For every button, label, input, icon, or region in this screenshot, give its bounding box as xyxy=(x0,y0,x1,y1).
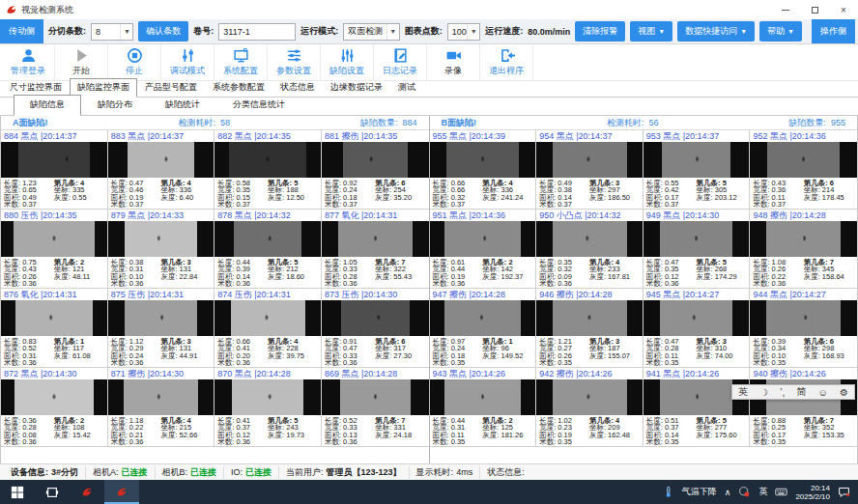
defect-cell[interactable]: 871 擦伤 |20:14:30长度: 1.18宽度: 0.22面积: 0.21… xyxy=(108,368,215,447)
ime-emoji-icon[interactable]: ☺ xyxy=(818,387,828,398)
defect-cell[interactable]: 884 黑点 |20:14:37长度: 1.23宽度: 0.65面积: 0.49… xyxy=(1,130,108,210)
operation-side-button[interactable]: 操作侧 xyxy=(812,19,855,43)
slit-count-select[interactable]: 8 ▼ xyxy=(91,23,133,41)
help-menu-button[interactable]: 帮助▼ xyxy=(759,21,802,42)
run-mode-select[interactable]: 双面检测 ▼ xyxy=(343,23,400,41)
close-icon[interactable]: × xyxy=(829,0,858,19)
defect-metrics: 长度: 0.58宽度: 0.35面积: 0.15米数: 0.37第几条: 5坐标… xyxy=(214,178,321,209)
defect-cell-header: 869 黑点 |20:14:28 xyxy=(322,368,429,379)
defect-cell-header: 945 黑点 |20:14:27 xyxy=(644,289,750,300)
defect-cell[interactable]: 947 擦伤 |20:14:28长度: 0.97宽度: 0.24面积: 0.18… xyxy=(430,289,537,368)
defect-cell[interactable]: 870 黑点 |20:14:28长度: 0.41宽度: 0.37面积: 0.12… xyxy=(214,368,322,447)
toolbar-button-sliders[interactable]: 调试模式 xyxy=(161,44,214,80)
defect-cell[interactable]: 882 黑点 |20:14:35长度: 0.58宽度: 0.35面积: 0.15… xyxy=(214,130,322,210)
defect-metrics: 长度: 1.18宽度: 0.22面积: 0.21米数: 0.36第几条: 4坐标… xyxy=(108,415,214,446)
defect-cell[interactable]: 940 擦伤 |20:14:26长度: 0.88宽度: 0.25面积: 0.17… xyxy=(750,368,857,447)
weather-status[interactable]: 气温下降 xyxy=(682,486,717,498)
roll-number-input[interactable]: 3117-1 xyxy=(218,23,296,41)
defect-cell[interactable]: 951 黑点 |20:14:36长度: 0.61宽度: 0.44面积: 0.19… xyxy=(430,210,537,289)
defect-cell[interactable]: 874 压伤 |20:14:31长度: 0.66宽度: 0.41面积: 0.20… xyxy=(214,289,322,368)
ime-settings-icon[interactable]: ⚙ xyxy=(840,387,848,398)
defect-cell-header: 877 氧化 |20:14:31 xyxy=(322,210,429,221)
defect-cell[interactable]: 949 黑点 |20:14:30长度: 0.47宽度: 0.35面积: 0.12… xyxy=(644,210,751,289)
toolbar-button-log[interactable]: 日志记录 xyxy=(374,44,427,80)
defect-cell[interactable]: 945 黑点 |20:14:27长度: 0.47宽度: 0.28面积: 0.11… xyxy=(644,289,751,368)
defect-cell[interactable]: 880 压伤 |20:14:35长度: 0.75宽度: 0.43面积: 0.26… xyxy=(1,210,108,289)
ime-moon-icon[interactable]: ☽ xyxy=(759,387,768,398)
confirm-count-button[interactable]: 确认条数 xyxy=(138,21,188,42)
defect-cell[interactable]: 872 黑点 |20:14:30长度: 0.36宽度: 0.28面积: 0.08… xyxy=(1,368,108,447)
clock[interactable]: 20:142025/2/10 xyxy=(795,484,830,501)
sub-tab-3[interactable]: 分类信息统计 xyxy=(216,95,301,116)
ime-simplified-button[interactable]: 简 xyxy=(796,385,806,399)
toolbar-button-dparams[interactable]: 缺陷设置 xyxy=(321,44,374,80)
defect-cell[interactable]: 944 黑点 |20:14:27长度: 0.39宽度: 0.34面积: 0.10… xyxy=(750,289,857,368)
data-access-menu-button[interactable]: 数据快捷访问▼ xyxy=(677,21,755,42)
defect-metrics: 长度: 0.92宽度: 0.24面积: 0.18米数: 0.37第几条: 6坐标… xyxy=(322,178,429,209)
ime-lang-button[interactable]: 英 xyxy=(738,385,748,399)
speed-label: 运行速度: xyxy=(485,25,523,38)
defect-cell[interactable]: 954 黑点 |20:14:37长度: 0.49宽度: 0.38面积: 0.14… xyxy=(536,130,644,210)
ime-tray-icon[interactable] xyxy=(738,486,751,498)
defect-cell[interactable]: 875 压伤 |20:14:31长度: 1.12宽度: 0.29面积: 0.24… xyxy=(108,289,215,368)
ime-punct-button[interactable]: ’, xyxy=(780,387,785,398)
toolbar-button-stop[interactable]: 停止 xyxy=(108,44,161,80)
toolbar-button-params[interactable]: 参数设置 xyxy=(268,44,321,80)
defect-cell[interactable]: 948 擦伤 |20:14:28长度: 1.08宽度: 0.26面积: 0.22… xyxy=(750,210,857,289)
io-status: IO:已连接 xyxy=(224,466,279,479)
main-tab-5[interactable]: 边缘数据记录 xyxy=(323,78,390,98)
ime-language-indicator[interactable]: 英 xyxy=(758,486,767,498)
defect-image xyxy=(750,221,857,256)
defect-cell[interactable]: 878 黑点 |20:14:32长度: 0.44宽度: 0.39面积: 0.14… xyxy=(214,210,322,289)
clear-alarm-button[interactable]: 清除报警 xyxy=(575,21,625,42)
drive-side-button[interactable]: 传动侧 xyxy=(0,19,43,43)
defect-cell[interactable]: 873 压伤 |20:14:30长度: 0.91宽度: 0.47面积: 0.33… xyxy=(322,289,429,368)
defect-cell[interactable]: 877 氧化 |20:14:31长度: 1.05宽度: 0.33面积: 0.28… xyxy=(322,210,429,289)
defect-cell[interactable]: 881 擦伤 |20:14:35长度: 0.92宽度: 0.24面积: 0.18… xyxy=(322,130,429,210)
taskbar-app-icon-active[interactable] xyxy=(104,480,139,504)
task-view-button[interactable] xyxy=(35,480,70,504)
defect-cell[interactable]: 876 氧化 |20:14:31长度: 0.83宽度: 0.52面积: 0.31… xyxy=(1,289,108,368)
taskbar-app-icon[interactable] xyxy=(70,480,104,504)
toolbar-button-play[interactable]: 开始 xyxy=(55,44,108,80)
defect-cell[interactable]: 952 黑点 |20:14:36长度: 0.43宽度: 0.36面积: 0.11… xyxy=(750,130,857,210)
main-tab-6[interactable]: 测试 xyxy=(390,78,423,98)
defect-panels: A面缺陷! 检测耗时: 58 缺陷数量: 884 884 黑点 |20:14:3… xyxy=(0,116,858,463)
defect-cell[interactable]: 869 黑点 |20:14:28长度: 0.52宽度: 0.33面积: 0.13… xyxy=(322,368,429,447)
defect-cell[interactable]: 942 擦伤 |20:14:26长度: 1.02宽度: 0.23面积: 0.19… xyxy=(536,368,644,447)
hidden-icons-chevron[interactable]: ∧ xyxy=(725,488,731,497)
defect-cell[interactable]: 879 黑点 |20:14:33长度: 0.38宽度: 0.31面积: 0.10… xyxy=(108,210,215,289)
ime-toolbar: 英 ☽ ’, 简 ☺ ⚙ xyxy=(731,384,855,400)
maximize-icon[interactable] xyxy=(800,0,829,19)
status-message: 状态信息: xyxy=(480,466,531,479)
sub-tab-0[interactable]: 缺陷信息 xyxy=(14,95,81,116)
minimize-icon[interactable] xyxy=(771,0,800,19)
panel-a-detect-time: 检测耗时: 58 xyxy=(178,117,230,129)
defect-image xyxy=(536,300,643,335)
view-menu-button[interactable]: 视图▼ xyxy=(630,21,672,42)
defect-metrics: 长度: 1.21宽度: 0.27面积: 0.26米数: 0.35第几条: 3坐标… xyxy=(536,336,643,367)
defect-cell[interactable]: 950 小凸点 |20:14:32长度: 0.35宽度: 0.32面积: 0.0… xyxy=(536,210,644,289)
toolbar-button-monitor[interactable]: 系统配置 xyxy=(214,44,268,80)
notification-icon[interactable] xyxy=(838,486,850,498)
panel-b-title: B面缺陷! xyxy=(442,117,477,129)
toolbar-button-camera[interactable]: 录像 xyxy=(427,44,480,80)
sub-tab-2[interactable]: 缺陷统计 xyxy=(149,95,216,116)
keyboard-icon[interactable] xyxy=(775,486,787,498)
defect-cell[interactable]: 955 黑点 |20:14:39长度: 0.66宽度: 0.66面积: 0.32… xyxy=(430,130,537,210)
sub-tab-1[interactable]: 缺陷分布 xyxy=(81,95,149,116)
defect-image xyxy=(430,221,536,256)
thermometer-icon[interactable] xyxy=(662,486,674,498)
toolbar-button-user[interactable]: 管理登录 xyxy=(2,44,55,80)
defect-cell[interactable]: 953 黑点 |20:14:37长度: 0.55宽度: 0.42面积: 0.17… xyxy=(644,130,751,210)
defect-cell[interactable]: 946 擦伤 |20:14:28长度: 1.21宽度: 0.27面积: 0.26… xyxy=(536,289,644,368)
start-button[interactable] xyxy=(0,480,35,504)
defect-cell[interactable]: 943 黑点 |20:14:26长度: 0.44宽度: 0.31面积: 0.11… xyxy=(430,368,537,447)
defect-cell-header: 951 黑点 |20:14:36 xyxy=(430,210,536,221)
defect-cell[interactable]: 941 黑点 |20:14:26长度: 0.51宽度: 0.37面积: 0.14… xyxy=(644,368,751,447)
toolbar-button-exit[interactable]: 退出程序 xyxy=(480,44,533,80)
chart-points-select[interactable]: 100 ▼ xyxy=(447,23,480,41)
defect-cell-header: 942 擦伤 |20:14:26 xyxy=(536,368,643,379)
defect-metrics: 长度: 0.66宽度: 0.66面积: 0.32米数: 0.37第几条: 4坐标… xyxy=(430,178,536,209)
defect-cell[interactable]: 883 黑点 |20:14:37长度: 0.47宽度: 0.46面积: 0.19… xyxy=(108,130,215,210)
